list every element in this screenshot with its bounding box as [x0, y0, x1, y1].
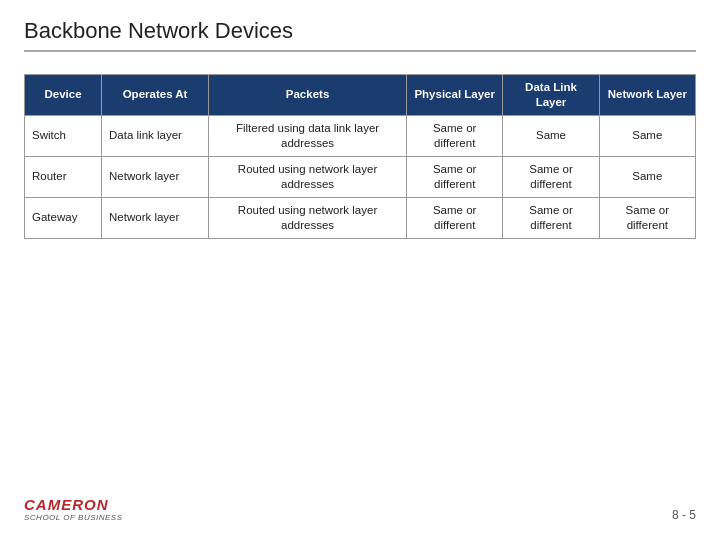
devices-table: Device Operates At Packets Physical Laye…	[24, 74, 696, 239]
cell-operates-2: Network layer	[102, 197, 209, 238]
cell-device-2: Gateway	[25, 197, 102, 238]
header-operates: Operates At	[102, 75, 209, 116]
cell-datalink-0: Same	[503, 115, 599, 156]
logo-area: CAMERON School of Business	[24, 496, 123, 522]
header-network: Network Layer	[599, 75, 695, 116]
cell-device-1: Router	[25, 156, 102, 197]
cell-packets-1: Routed using network layer addresses	[209, 156, 407, 197]
page-number: 8 - 5	[672, 508, 696, 522]
cell-network-1: Same	[599, 156, 695, 197]
cell-physical-1: Same or different	[407, 156, 503, 197]
table-row: Router Network layer Routed using networ…	[25, 156, 696, 197]
header-datalink: Data Link Layer	[503, 75, 599, 116]
table-wrapper: Device Operates At Packets Physical Laye…	[24, 74, 696, 239]
header-packets: Packets	[209, 75, 407, 116]
slide-title: Backbone Network Devices	[24, 18, 696, 52]
logo-cameron: CAMERON	[24, 496, 123, 513]
table-row: Gateway Network layer Routed using netwo…	[25, 197, 696, 238]
logo-school: School of Business	[24, 513, 123, 522]
cell-network-0: Same	[599, 115, 695, 156]
cell-datalink-2: Same or different	[503, 197, 599, 238]
cell-packets-2: Routed using network layer addresses	[209, 197, 407, 238]
cell-datalink-1: Same or different	[503, 156, 599, 197]
footer: CAMERON School of Business 8 - 5	[24, 496, 696, 522]
slide-container: Backbone Network Devices Device Operates…	[0, 0, 720, 540]
cell-device-0: Switch	[25, 115, 102, 156]
header-device: Device	[25, 75, 102, 116]
table-row: Switch Data link layer Filtered using da…	[25, 115, 696, 156]
cell-operates-1: Network layer	[102, 156, 209, 197]
header-physical: Physical Layer	[407, 75, 503, 116]
cell-packets-0: Filtered using data link layer addresses	[209, 115, 407, 156]
cell-physical-2: Same or different	[407, 197, 503, 238]
cell-operates-0: Data link layer	[102, 115, 209, 156]
cell-network-2: Same or different	[599, 197, 695, 238]
cell-physical-0: Same or different	[407, 115, 503, 156]
